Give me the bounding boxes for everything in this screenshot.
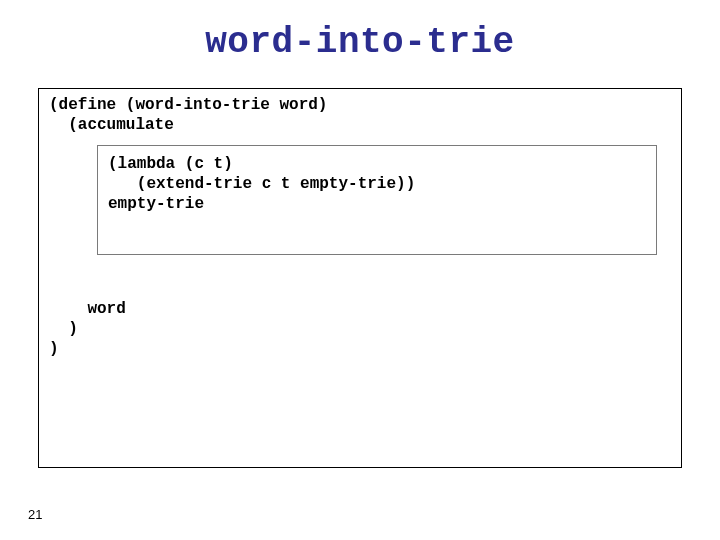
- page-number: 21: [28, 507, 42, 522]
- code-outer-box: (define (word-into-trie word) (accumulat…: [38, 88, 682, 468]
- code-closing: word ) ): [49, 299, 126, 359]
- code-inner-box: (lambda (c t) (extend-trie c t empty-tri…: [97, 145, 657, 255]
- code-define-accumulate: (define (word-into-trie word) (accumulat…: [49, 95, 327, 135]
- code-lambda-body: (lambda (c t) (extend-trie c t empty-tri…: [108, 154, 415, 214]
- slide-title: word-into-trie: [0, 0, 720, 77]
